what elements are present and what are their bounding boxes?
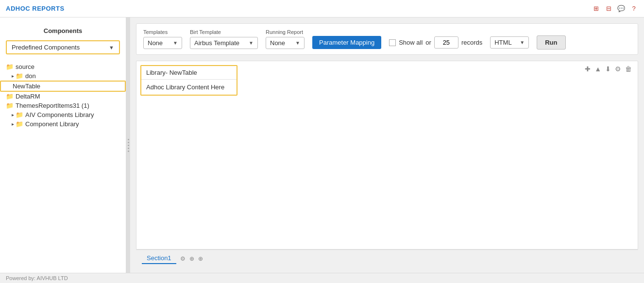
table-icon[interactable]: ⊟ xyxy=(604,4,613,13)
tree-item-don[interactable]: ▸ 📁 don xyxy=(0,71,126,81)
app-title: ADHOC REPORTS xyxy=(6,5,65,12)
content-area: Templates None ▼ Birt Template Airbus Te… xyxy=(130,17,644,273)
tree-item-label: ThemesReportItems31 (1) xyxy=(16,102,89,109)
footer-text: Powered by: AIVHUB LTD xyxy=(6,275,68,281)
add-section-icon-1[interactable]: ⊕ xyxy=(189,255,194,262)
report-container: Library- NewTable Adhoc Library Content … xyxy=(136,61,638,250)
chevron-down-icon: ▼ xyxy=(520,40,525,45)
tree-item-deltarm[interactable]: 📁 DeltaRM xyxy=(0,92,126,101)
birt-select[interactable]: Airbus Template ▼ xyxy=(190,37,258,49)
show-all-label: Show all xyxy=(399,39,423,46)
main-layout: Components Predefined Components ▼ 📁 sou… xyxy=(0,17,644,273)
records-label: records xyxy=(461,39,482,46)
delete-icon[interactable]: 🗑 xyxy=(625,65,632,73)
running-select[interactable]: None ▼ xyxy=(266,37,305,49)
comment-icon[interactable]: 💬 xyxy=(617,4,626,13)
tree-item-component-library[interactable]: ▸ 📁 Component Library xyxy=(0,119,126,129)
library-block: Library- NewTable Adhoc Library Content … xyxy=(140,65,237,96)
show-all-checkbox[interactable] xyxy=(389,39,396,46)
running-report-group: Running Report None ▼ xyxy=(266,29,305,49)
divider-dots xyxy=(128,139,129,152)
tree-item-source[interactable]: 📁 source xyxy=(0,62,126,71)
format-select[interactable]: HTML ▼ xyxy=(490,36,529,49)
folder-icon: 📁 xyxy=(6,63,14,70)
chevron-down-icon: ▼ xyxy=(295,40,300,46)
top-bar-icons: ⊞ ⊟ 💬 ? xyxy=(592,4,638,13)
running-value: None xyxy=(270,39,293,47)
folder-icon: 📁 xyxy=(6,102,14,109)
tree-item-themes[interactable]: 📁 ThemesReportItems31 (1) xyxy=(0,101,126,110)
help-icon[interactable]: ? xyxy=(629,4,638,13)
footer: Powered by: AIVHUB LTD xyxy=(0,273,644,283)
folder-icon: 📁 xyxy=(16,120,23,128)
templates-select[interactable]: None ▼ xyxy=(143,37,182,49)
templates-label: Templates xyxy=(143,29,182,35)
bottom-tabs: Section1 ⚙ ⊕ ⊕ xyxy=(136,250,638,267)
folder-icon: 📁 xyxy=(6,93,14,100)
birt-group: Birt Template Airbus Template ▼ xyxy=(190,29,258,49)
toolbar: Templates None ▼ Birt Template Airbus Te… xyxy=(136,23,638,55)
grid-icon[interactable]: ⊞ xyxy=(592,4,600,13)
running-label: Running Report xyxy=(266,29,305,35)
birt-value: Airbus Template xyxy=(194,39,247,47)
chevron-right-icon: ▸ xyxy=(12,112,14,117)
report-panel: Library- NewTable Adhoc Library Content … xyxy=(136,61,638,249)
add-section-icon-2[interactable]: ⊕ xyxy=(198,255,203,262)
tree-item-label: source xyxy=(16,63,34,70)
show-all-group: Show all or records xyxy=(389,36,482,49)
add-report-icon[interactable]: ✚ xyxy=(585,65,591,73)
templates-group: Templates None ▼ xyxy=(143,29,182,49)
templates-value: None xyxy=(148,39,171,47)
gear-icon[interactable]: ⚙ xyxy=(180,255,186,262)
or-label: or xyxy=(425,39,431,46)
run-button[interactable]: Run xyxy=(537,35,565,50)
report-toolbar: ✚ ▲ ⬇ ⚙ 🗑 xyxy=(585,65,632,73)
tree-item-label: Component Library xyxy=(25,120,79,128)
records-input[interactable] xyxy=(434,36,458,49)
dropdown-label: Predefined Components xyxy=(12,44,80,51)
chevron-down-icon: ▼ xyxy=(249,40,254,46)
section1-tab[interactable]: Section1 xyxy=(142,253,176,264)
tree-item-label: DeltaRM xyxy=(16,93,40,100)
format-value: HTML xyxy=(494,39,518,46)
tree-item-label: AIV Components Library xyxy=(25,111,94,118)
settings-icon[interactable]: ⚙ xyxy=(615,65,621,73)
birt-label: Birt Template xyxy=(190,29,258,35)
download-icon[interactable]: ⬇ xyxy=(605,65,611,73)
chevron-down-icon: ▼ xyxy=(109,45,114,50)
folder-icon: 📁 xyxy=(16,111,23,118)
chevron-right-icon: ▸ xyxy=(12,121,14,127)
tree-item-newtable[interactable]: NewTable xyxy=(0,81,126,92)
library-block-header: Library- NewTable xyxy=(141,66,237,80)
sidebar: Components Predefined Components ▼ 📁 sou… xyxy=(0,17,126,273)
folder-icon: 📁 xyxy=(16,72,23,80)
chevron-down-icon: ▼ xyxy=(173,40,178,46)
tree-item-label: NewTable xyxy=(13,83,40,90)
chevron-right-icon: ▸ xyxy=(12,73,14,79)
library-block-content: Adhoc Library Content Here xyxy=(141,80,237,95)
sidebar-header: Components xyxy=(0,23,126,40)
tree-item-aiv[interactable]: ▸ 📁 AIV Components Library xyxy=(0,110,126,119)
move-up-icon[interactable]: ▲ xyxy=(594,65,601,73)
component-tree: 📁 source ▸ 📁 don NewTable 📁 DeltaRM 📁 Th xyxy=(0,60,126,267)
predefined-components-dropdown[interactable]: Predefined Components ▼ xyxy=(6,40,120,54)
tree-item-label: don xyxy=(25,72,36,80)
sidebar-resize-handle[interactable] xyxy=(126,17,130,273)
top-bar: ADHOC REPORTS ⊞ ⊟ 💬 ? xyxy=(0,0,644,17)
parameter-mapping-button[interactable]: Parameter Mapping xyxy=(312,36,381,49)
